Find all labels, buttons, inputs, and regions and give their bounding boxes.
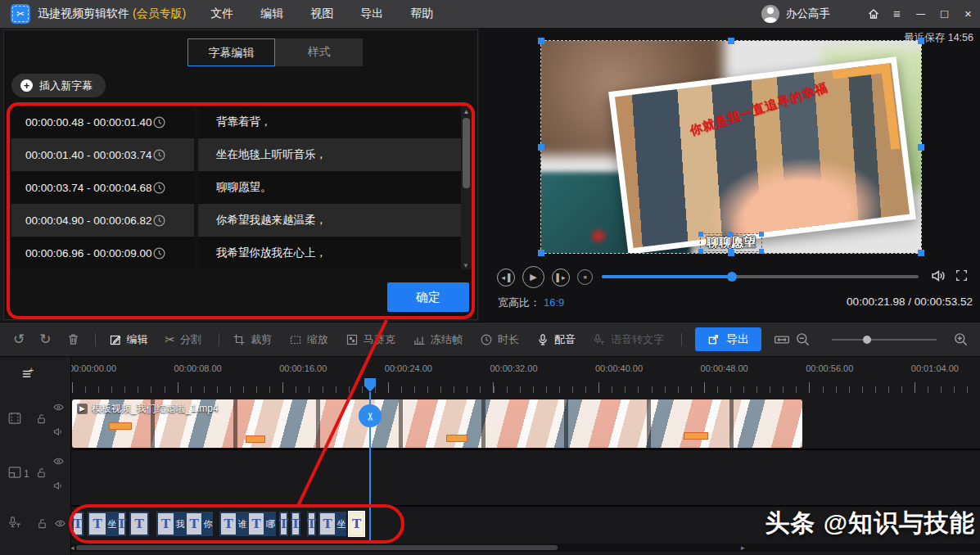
subtitle-time-range[interactable]: 00:00:04.90 - 00:00:06.82 (11, 204, 194, 237)
insert-subtitle-button[interactable]: + 插入新字幕 (11, 74, 106, 97)
dialog-scrollbar[interactable]: ▲ (461, 107, 472, 269)
subtitle-clip[interactable]: T (349, 512, 364, 536)
subtitle-clip[interactable]: T (307, 512, 316, 536)
duration-button[interactable]: 时长 (480, 332, 519, 347)
subtitle-text[interactable]: 坐在地毯上听听音乐， (198, 138, 461, 171)
resize-handle[interactable] (698, 232, 703, 237)
fullscreen-icon[interactable] (955, 268, 969, 282)
aspect-ratio-value[interactable]: 16:9 (544, 296, 564, 309)
stop-button[interactable]: ■ (577, 269, 593, 285)
subtitle-time-range[interactable]: 00:00:00.48 - 00:00:01.40 (11, 106, 194, 138)
eye-icon[interactable] (52, 455, 65, 467)
resize-handle[interactable] (698, 249, 703, 254)
volume-icon[interactable] (930, 268, 946, 284)
resize-handle[interactable] (759, 232, 764, 237)
next-frame-button[interactable]: ▌▸ (552, 268, 570, 287)
speech-to-text-button[interactable]: 语音转文字 (593, 332, 664, 347)
subtitle-row[interactable]: 00:00:00.48 - 00:00:01.40背靠着背， (11, 106, 461, 138)
subtitle-clip[interactable]: T (117, 512, 126, 536)
resize-handle[interactable] (918, 144, 924, 151)
subtitle-row[interactable]: 00:00:06.96 - 00:00:09.00我希望你放我在心上， (11, 237, 461, 269)
resize-handle[interactable] (728, 250, 734, 256)
resize-handle[interactable] (918, 250, 924, 256)
scroll-down-icon[interactable]: ▼ (463, 262, 469, 269)
maximize-button[interactable]: □ (933, 0, 956, 28)
menu-item[interactable]: 视图 (310, 7, 333, 21)
horizontal-scrollbar[interactable]: ◂ ▸ (71, 544, 980, 552)
user-avatar[interactable] (761, 5, 779, 23)
subtitle-clip[interactable]: 坐 (107, 512, 117, 536)
subtitle-text[interactable]: 聊聊愿望。 (198, 171, 461, 204)
speaker-icon[interactable] (52, 480, 65, 492)
tab-subtitle-edit[interactable]: 字幕编辑 (187, 38, 275, 66)
seek-bar[interactable] (602, 275, 919, 278)
subtitle-clip[interactable]: 谁 (237, 512, 247, 536)
resize-handle[interactable] (728, 38, 734, 44)
dub-button[interactable]: 配音 (536, 332, 576, 347)
subtitle-clip[interactable]: T (219, 512, 237, 536)
menu-item[interactable]: 帮助 (410, 7, 433, 21)
split-tool-button[interactable]: ✂ 分割 (165, 332, 202, 347)
subtitle-row[interactable]: 00:00:01.40 - 00:00:03.74坐在地毯上听听音乐， (11, 138, 461, 171)
menu-item[interactable]: 编辑 (260, 7, 283, 21)
speaker-icon[interactable] (52, 426, 65, 438)
subtitle-row[interactable]: 00:00:04.90 - 00:00:06.82你希望我越来越温柔， (11, 204, 461, 237)
resize-handle[interactable] (538, 250, 544, 256)
subtitle-clip[interactable]: T (156, 512, 175, 536)
menu-item[interactable]: 文件 (210, 7, 233, 21)
app-menu-icon[interactable]: ≡ (885, 0, 909, 28)
eye-icon[interactable] (54, 517, 66, 530)
subtitle-time-range[interactable]: 00:00:06.96 - 00:00:09.00 (11, 237, 194, 269)
eye-icon[interactable] (52, 401, 65, 413)
lock-icon[interactable] (35, 467, 47, 479)
subtitle-clip[interactable]: T (291, 512, 300, 536)
fit-timeline-icon[interactable] (774, 332, 790, 347)
play-button[interactable]: ▶ (522, 266, 544, 288)
zoom-in-icon[interactable] (953, 332, 969, 347)
subtitle-clip[interactable]: T (88, 512, 107, 536)
scrollbar-thumb[interactable] (463, 118, 470, 188)
subtitle-clip[interactable]: T (247, 512, 265, 536)
undo-button[interactable]: ↺ (13, 331, 25, 348)
home-icon[interactable] (861, 7, 885, 20)
zoom-out-icon[interactable] (795, 332, 811, 347)
video-preview-stage[interactable]: 你就是我一直追寻的幸福 聊聊愿望 (541, 41, 921, 253)
export-button[interactable]: 导出 (695, 327, 761, 351)
add-track-icon[interactable]: ≡+ (22, 365, 34, 383)
subtitle-clip[interactable]: T (185, 512, 203, 536)
zoom-slider-knob[interactable] (863, 336, 871, 344)
subtitle-time-range[interactable]: 00:00:01.40 - 00:00:03.74 (11, 138, 194, 171)
crop-tool-button[interactable]: 裁剪 (233, 332, 272, 347)
menu-item[interactable]: 导出 (360, 7, 383, 21)
seek-knob[interactable] (727, 272, 737, 282)
subtitle-clip[interactable]: T (279, 512, 288, 536)
subtitle-text[interactable]: 背靠着背， (198, 106, 461, 138)
scroll-up-icon[interactable]: ▲ (461, 108, 472, 115)
resize-handle[interactable] (538, 38, 544, 44)
delete-button[interactable] (66, 332, 80, 346)
timeline-ruler[interactable]: 00:00:00.0000:00:08.0000:00:16.0000:00:2… (0, 357, 980, 395)
scroll-right-icon[interactable]: ▸ (741, 544, 745, 552)
subtitle-clip[interactable]: T (72, 512, 84, 536)
hscroll-thumb[interactable] (76, 545, 558, 550)
subtitle-clip[interactable]: 哪 (265, 512, 276, 536)
confirm-button[interactable]: 确定 (387, 282, 469, 312)
subtitle-row[interactable]: 00:00:03.74 - 00:00:04.68聊聊愿望。 (11, 171, 461, 204)
prev-frame-button[interactable]: ◂▐ (497, 268, 515, 287)
resize-handle[interactable] (759, 249, 764, 254)
tab-style[interactable]: 样式 (275, 38, 363, 66)
resize-handle[interactable] (728, 232, 733, 237)
subtitle-time-range[interactable]: 00:00:03.74 - 00:00:04.68 (11, 171, 194, 204)
scale-tool-button[interactable]: 缩放 (289, 332, 328, 347)
subtitle-clip[interactable]: 我 (175, 512, 185, 536)
minimize-button[interactable]: ─ (909, 0, 933, 28)
edit-tool-button[interactable]: 编辑 (109, 332, 148, 347)
subtitle-text[interactable]: 你希望我越来越温柔， (198, 204, 461, 237)
freeze-frame-button[interactable]: 冻结帧 (413, 332, 463, 347)
subtitle-clip[interactable]: 你 (203, 512, 213, 536)
lock-icon[interactable] (35, 413, 47, 425)
timeline-zoom-slider[interactable] (832, 339, 937, 341)
subtitle-text[interactable]: 我希望你放我在心上， (198, 237, 461, 269)
redo-button[interactable]: ↻ (39, 331, 51, 348)
subtitle-clip[interactable]: T (129, 512, 149, 536)
